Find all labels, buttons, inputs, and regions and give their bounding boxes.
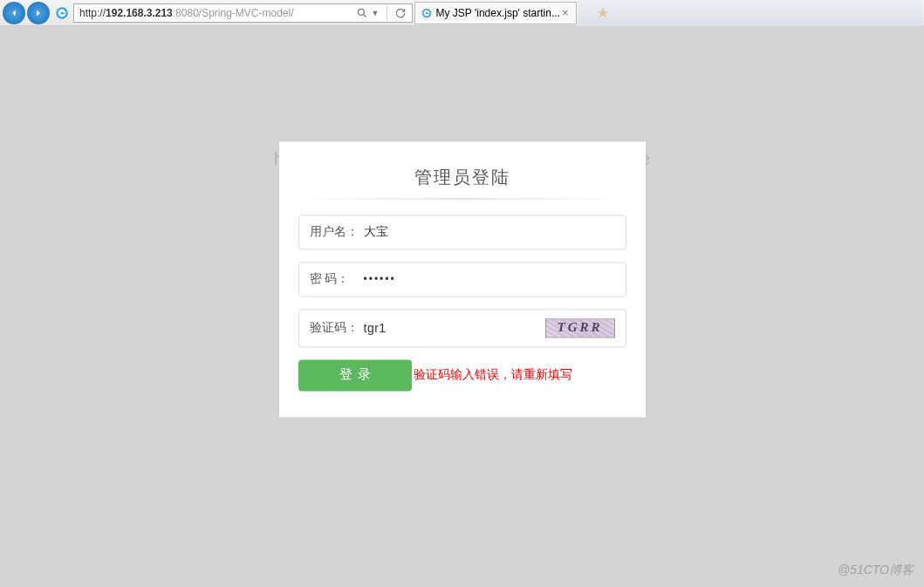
- address-bar-controls: ▼: [356, 6, 407, 20]
- captcha-input[interactable]: [364, 321, 545, 335]
- url-prefix: http://: [79, 7, 106, 19]
- submit-row: 登录 验证码输入错误，请重新填写: [298, 359, 626, 391]
- svg-point-3: [421, 8, 431, 17]
- username-row: 用户名：: [298, 215, 626, 249]
- close-tab-icon[interactable]: ×: [560, 6, 571, 19]
- login-button[interactable]: 登录: [298, 359, 412, 391]
- browser-tab[interactable]: My JSP 'index.jsp' startin... ×: [414, 2, 577, 24]
- browser-toolbar: http://192.168.3.213:8080/Spring-MVC-mod…: [0, 0, 924, 26]
- login-title: 管理员登陆: [298, 166, 626, 189]
- bottom-watermark: @51CTO博客: [838, 563, 914, 578]
- username-label: 用户名：: [310, 224, 364, 240]
- address-bar[interactable]: http://192.168.3.213:8080/Spring-MVC-mod…: [73, 3, 413, 23]
- toolbar-overflow: [578, 0, 923, 26]
- captcha-label: 验证码：: [310, 320, 364, 336]
- star-icon[interactable]: [596, 6, 610, 20]
- url-host: 192.168.3.213: [106, 7, 173, 19]
- tab-title: My JSP 'index.jsp' startin...: [436, 7, 560, 19]
- svg-point-0: [56, 7, 68, 19]
- url-port: :8080: [173, 7, 199, 19]
- password-label: 密 码：: [310, 271, 364, 287]
- forward-button[interactable]: [27, 2, 50, 24]
- ie-icon: [421, 7, 433, 19]
- captcha-row: 验证码： TGRR: [298, 309, 626, 347]
- username-input[interactable]: [364, 225, 615, 239]
- error-message: 验证码输入错误，请重新填写: [414, 367, 572, 383]
- svg-line-2: [363, 14, 366, 17]
- password-input[interactable]: [364, 273, 615, 285]
- search-icon[interactable]: [356, 7, 368, 19]
- ie-icon: [54, 5, 70, 21]
- login-form: 管理员登陆 用户名： 密 码： 验证码： TGRR 登录 验证码输入错误，请重新…: [279, 141, 646, 417]
- captcha-image[interactable]: TGRR: [545, 318, 615, 338]
- captcha-image-text: TGRR: [557, 320, 602, 335]
- svg-point-1: [358, 9, 364, 15]
- dropdown-icon[interactable]: ▼: [372, 9, 380, 17]
- divider: [387, 6, 387, 20]
- back-button[interactable]: [3, 2, 25, 24]
- refresh-icon[interactable]: [394, 7, 407, 19]
- url-path: /Spring-MVC-model/: [199, 7, 294, 19]
- password-row: 密 码：: [298, 262, 626, 297]
- page-content: http://blog.csdn.net/dfBeautifulLive 管理员…: [0, 26, 924, 587]
- title-divider: [298, 198, 626, 199]
